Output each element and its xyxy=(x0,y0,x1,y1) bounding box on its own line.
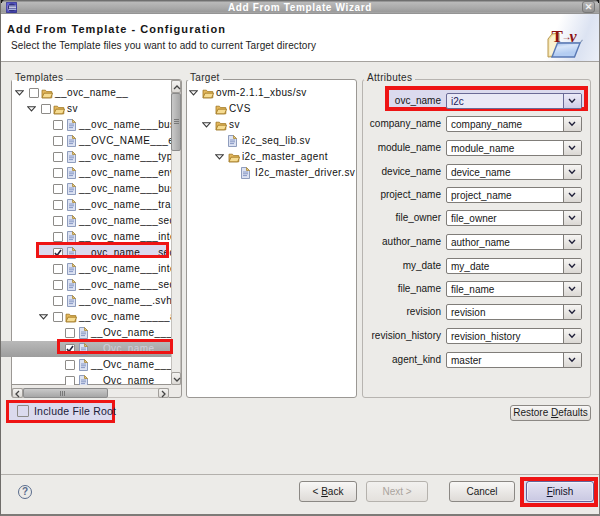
svg-text:ν: ν xyxy=(570,28,578,45)
